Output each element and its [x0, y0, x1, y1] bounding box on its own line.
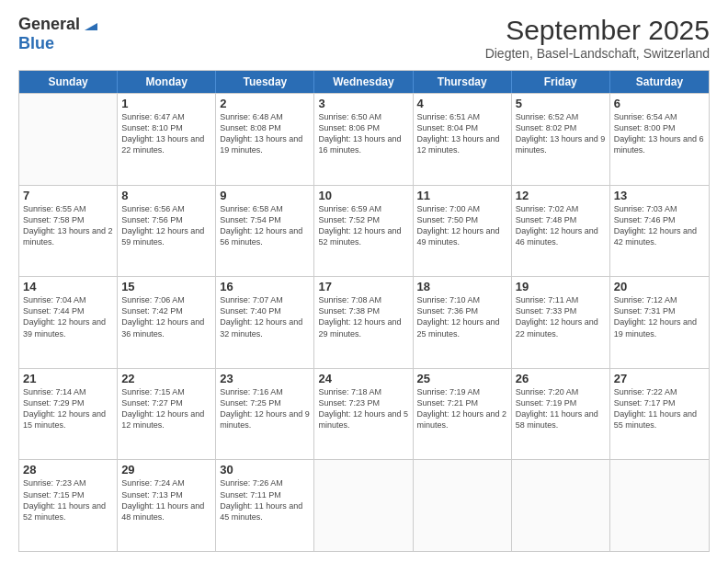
day-number: 2 [220, 97, 310, 110]
calendar-day-4: 4Sunrise: 6:51 AMSunset: 8:04 PMDaylight… [414, 94, 512, 185]
calendar-day-7: 7Sunrise: 6:55 AMSunset: 7:58 PMDaylight… [19, 186, 118, 277]
month-title: September 2025 [485, 15, 710, 46]
calendar-day-5: 5Sunrise: 6:52 AMSunset: 8:02 PMDaylight… [512, 94, 610, 185]
calendar-day-24: 24Sunrise: 7:18 AMSunset: 7:23 PMDayligh… [314, 369, 413, 460]
day-info: Sunrise: 7:15 AMSunset: 7:27 PMDaylight:… [121, 386, 211, 431]
day-info: Sunrise: 6:59 AMSunset: 7:52 PMDaylight:… [318, 203, 408, 248]
calendar-day-28: 28Sunrise: 7:23 AMSunset: 7:15 PMDayligh… [19, 460, 118, 551]
day-number: 5 [516, 97, 606, 110]
calendar-empty-cell [19, 94, 118, 185]
day-info: Sunrise: 6:48 AMSunset: 8:08 PMDaylight:… [220, 111, 310, 156]
calendar-week-5: 28Sunrise: 7:23 AMSunset: 7:15 PMDayligh… [19, 459, 709, 551]
day-number: 4 [417, 97, 507, 110]
calendar-day-21: 21Sunrise: 7:14 AMSunset: 7:29 PMDayligh… [19, 369, 118, 460]
day-info: Sunrise: 7:23 AMSunset: 7:15 PMDaylight:… [23, 477, 113, 523]
calendar-week-2: 7Sunrise: 6:55 AMSunset: 7:58 PMDaylight… [19, 185, 709, 277]
calendar-empty-cell [414, 460, 512, 551]
day-info: Sunrise: 7:10 AMSunset: 7:36 PMDaylight:… [417, 294, 507, 339]
day-number: 19 [516, 280, 606, 293]
calendar-day-16: 16Sunrise: 7:07 AMSunset: 7:40 PMDayligh… [216, 277, 314, 368]
calendar-day-3: 3Sunrise: 6:50 AMSunset: 8:06 PMDaylight… [314, 94, 413, 185]
day-info: Sunrise: 7:14 AMSunset: 7:29 PMDaylight:… [23, 386, 113, 431]
calendar-day-22: 22Sunrise: 7:15 AMSunset: 7:27 PMDayligh… [118, 369, 216, 460]
day-number: 16 [220, 280, 310, 293]
weekday-header-wednesday: Wednesday [314, 71, 413, 93]
calendar-day-29: 29Sunrise: 7:24 AMSunset: 7:13 PMDayligh… [118, 460, 216, 551]
day-number: 21 [23, 372, 113, 385]
day-info: Sunrise: 6:56 AMSunset: 7:56 PMDaylight:… [121, 203, 211, 248]
day-number: 3 [318, 97, 408, 110]
logo-blue-text: Blue [18, 34, 54, 52]
calendar-day-6: 6Sunrise: 6:54 AMSunset: 8:00 PMDaylight… [610, 94, 709, 185]
calendar-day-2: 2Sunrise: 6:48 AMSunset: 8:08 PMDaylight… [216, 94, 314, 185]
day-info: Sunrise: 6:52 AMSunset: 8:02 PMDaylight:… [516, 111, 606, 156]
location: Diegten, Basel-Landschaft, Switzerland [485, 46, 710, 61]
day-info: Sunrise: 7:16 AMSunset: 7:25 PMDaylight:… [220, 386, 310, 431]
day-number: 24 [318, 372, 408, 385]
day-info: Sunrise: 7:20 AMSunset: 7:19 PMDaylight:… [516, 386, 606, 431]
day-info: Sunrise: 7:19 AMSunset: 7:21 PMDaylight:… [417, 386, 507, 431]
day-number: 29 [121, 463, 211, 477]
day-info: Sunrise: 7:02 AMSunset: 7:48 PMDaylight:… [516, 203, 606, 248]
day-info: Sunrise: 7:00 AMSunset: 7:50 PMDaylight:… [417, 203, 507, 248]
calendar-day-9: 9Sunrise: 6:58 AMSunset: 7:54 PMDaylight… [216, 186, 314, 277]
calendar-day-14: 14Sunrise: 7:04 AMSunset: 7:44 PMDayligh… [19, 277, 118, 368]
day-number: 15 [121, 280, 211, 293]
calendar-week-1: 1Sunrise: 6:47 AMSunset: 8:10 PMDaylight… [19, 93, 709, 185]
calendar-day-1: 1Sunrise: 6:47 AMSunset: 8:10 PMDaylight… [118, 94, 216, 185]
calendar-day-19: 19Sunrise: 7:11 AMSunset: 7:33 PMDayligh… [512, 277, 610, 368]
calendar-day-12: 12Sunrise: 7:02 AMSunset: 7:48 PMDayligh… [512, 186, 610, 277]
weekday-header-saturday: Saturday [610, 71, 709, 93]
day-info: Sunrise: 7:03 AMSunset: 7:46 PMDaylight:… [614, 203, 705, 248]
calendar-week-3: 14Sunrise: 7:04 AMSunset: 7:44 PMDayligh… [19, 276, 709, 368]
day-number: 26 [516, 372, 606, 385]
day-info: Sunrise: 7:06 AMSunset: 7:42 PMDaylight:… [121, 294, 211, 339]
calendar-day-25: 25Sunrise: 7:19 AMSunset: 7:21 PMDayligh… [414, 369, 512, 460]
day-info: Sunrise: 7:11 AMSunset: 7:33 PMDaylight:… [516, 294, 606, 339]
day-info: Sunrise: 7:26 AMSunset: 7:11 PMDaylight:… [220, 477, 310, 523]
weekday-header-tuesday: Tuesday [216, 71, 314, 93]
day-number: 1 [121, 97, 211, 110]
logo: General Blue [18, 15, 101, 53]
day-number: 8 [121, 189, 211, 202]
svg-marker-0 [85, 23, 97, 30]
calendar-empty-cell [314, 460, 413, 551]
calendar-empty-cell [512, 460, 610, 551]
calendar-day-27: 27Sunrise: 7:22 AMSunset: 7:17 PMDayligh… [610, 369, 709, 460]
day-info: Sunrise: 7:04 AMSunset: 7:44 PMDaylight:… [23, 294, 113, 339]
day-number: 7 [23, 189, 113, 202]
day-number: 6 [614, 97, 705, 110]
calendar-day-10: 10Sunrise: 6:59 AMSunset: 7:52 PMDayligh… [314, 186, 413, 277]
calendar-day-11: 11Sunrise: 7:00 AMSunset: 7:50 PMDayligh… [414, 186, 512, 277]
weekday-header-thursday: Thursday [414, 71, 512, 93]
day-number: 25 [417, 372, 507, 385]
calendar-body: 1Sunrise: 6:47 AMSunset: 8:10 PMDaylight… [19, 93, 709, 551]
day-number: 20 [614, 280, 705, 293]
calendar-day-13: 13Sunrise: 7:03 AMSunset: 7:46 PMDayligh… [610, 186, 709, 277]
day-number: 14 [23, 280, 113, 293]
logo-general-text: General [18, 15, 80, 34]
calendar-day-18: 18Sunrise: 7:10 AMSunset: 7:36 PMDayligh… [414, 277, 512, 368]
logo-icon [81, 14, 101, 34]
day-number: 17 [318, 280, 408, 293]
day-info: Sunrise: 6:50 AMSunset: 8:06 PMDaylight:… [318, 111, 408, 156]
day-number: 23 [220, 372, 310, 385]
day-number: 30 [220, 463, 310, 477]
day-number: 27 [614, 372, 705, 385]
day-info: Sunrise: 7:08 AMSunset: 7:38 PMDaylight:… [318, 294, 408, 339]
day-info: Sunrise: 6:54 AMSunset: 8:00 PMDaylight:… [614, 111, 705, 156]
day-info: Sunrise: 7:24 AMSunset: 7:13 PMDaylight:… [121, 477, 211, 523]
day-info: Sunrise: 6:47 AMSunset: 8:10 PMDaylight:… [121, 111, 211, 156]
day-info: Sunrise: 7:12 AMSunset: 7:31 PMDaylight:… [614, 294, 705, 339]
calendar-week-4: 21Sunrise: 7:14 AMSunset: 7:29 PMDayligh… [19, 368, 709, 460]
calendar-day-20: 20Sunrise: 7:12 AMSunset: 7:31 PMDayligh… [610, 277, 709, 368]
calendar-day-15: 15Sunrise: 7:06 AMSunset: 7:42 PMDayligh… [118, 277, 216, 368]
calendar-empty-cell [610, 460, 709, 551]
day-info: Sunrise: 7:07 AMSunset: 7:40 PMDaylight:… [220, 294, 310, 339]
calendar-day-23: 23Sunrise: 7:16 AMSunset: 7:25 PMDayligh… [216, 369, 314, 460]
calendar-day-8: 8Sunrise: 6:56 AMSunset: 7:56 PMDaylight… [118, 186, 216, 277]
day-number: 12 [516, 189, 606, 202]
calendar-day-26: 26Sunrise: 7:20 AMSunset: 7:19 PMDayligh… [512, 369, 610, 460]
day-number: 28 [23, 463, 113, 477]
day-number: 22 [121, 372, 211, 385]
